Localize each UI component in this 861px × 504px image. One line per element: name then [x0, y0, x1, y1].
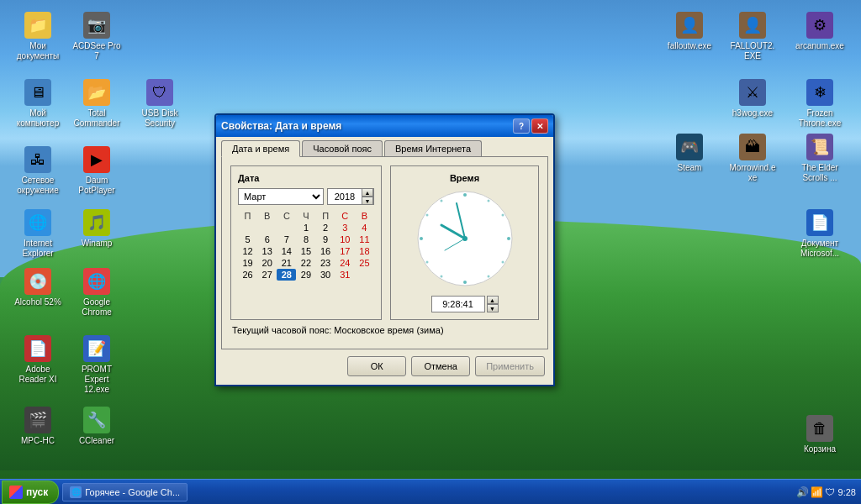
cal-day-5[interactable]: 5: [238, 234, 257, 245]
desktop-icon-recycle[interactable]: 🗑Корзина: [790, 412, 849, 459]
cal-day-8[interactable]: 8: [296, 234, 315, 245]
month-select[interactable]: Март: [238, 188, 324, 205]
taskbar-item-icon: 🌐: [70, 486, 82, 498]
tab-datetime[interactable]: Дата и время: [221, 140, 300, 157]
cal-day-19[interactable]: 19: [238, 257, 257, 269]
svg-point-3: [420, 237, 423, 240]
desktop-icon-fallout2[interactable]: 👤FALLOUT2.EXE: [723, 8, 782, 66]
cancel-button[interactable]: Отмена: [411, 356, 470, 376]
icon-label-acdsee: ACDSee Pro 7: [71, 40, 123, 62]
desktop-icon-acdsee[interactable]: 📷ACDSee Pro 7: [67, 8, 126, 66]
desktop-icon-fallout[interactable]: 👤falloutw.exe: [660, 8, 719, 55]
start-button[interactable]: пуск: [2, 480, 59, 504]
desktop-icon-ccleaner[interactable]: 🔧CCleaner: [67, 403, 126, 450]
cal-day-31[interactable]: 31: [335, 269, 355, 281]
cal-day-12[interactable]: 12: [238, 245, 257, 257]
time-input[interactable]: [431, 296, 485, 312]
cal-day-16[interactable]: 16: [316, 245, 335, 257]
apply-button[interactable]: Применить: [475, 356, 545, 376]
time-spin: ▲ ▼: [487, 296, 499, 312]
desktop: 📁Мои документы📷ACDSee Pro 7🖥Мой компьюте…: [0, 0, 861, 504]
desktop-icon-daum[interactable]: ▶Daum PotPlayer: [67, 143, 126, 200]
icon-img-doc: 📄: [806, 209, 833, 236]
desktop-icon-network[interactable]: 🖧Сетевое окружение: [8, 143, 67, 200]
cal-day-14[interactable]: 14: [277, 245, 296, 257]
desktop-icon-promt[interactable]: 📝PROMT Expert 12.exe: [67, 332, 126, 399]
icon-img-winamp: 🎵: [83, 209, 110, 236]
icon-img-acdsee: 📷: [83, 12, 110, 39]
timezone-row: Текущий часовой пояс: Московское время (…: [230, 320, 539, 340]
time-down-button[interactable]: ▼: [487, 304, 499, 312]
icon-label-total-commander: Total Commander: [71, 108, 123, 129]
svg-point-9: [425, 261, 428, 264]
cal-day-4[interactable]: 4: [355, 222, 374, 234]
cal-day-28[interactable]: 28: [277, 269, 296, 281]
tab-internet-time[interactable]: Время Интернета: [384, 140, 482, 156]
svg-point-11: [440, 276, 442, 278]
cal-day-10[interactable]: 10: [335, 234, 355, 245]
desktop-icon-adobe[interactable]: 📄Adobe Reader XI: [8, 332, 67, 389]
cal-day-23[interactable]: 23: [316, 257, 335, 269]
cal-day-9[interactable]: 9: [316, 234, 335, 245]
cal-day-22[interactable]: 22: [296, 257, 315, 269]
cal-day-30[interactable]: 30: [316, 269, 335, 281]
time-up-button[interactable]: ▲: [487, 296, 499, 304]
cal-day-6[interactable]: 6: [257, 234, 277, 245]
icon-label-frozen: Frozen Throne.exe: [794, 108, 846, 129]
cal-day-1[interactable]: 1: [296, 222, 315, 234]
cal-day-11[interactable]: 11: [355, 234, 374, 245]
cal-day-24[interactable]: 24: [335, 257, 355, 269]
dialog-inner: Дата Март ▲ ▼: [230, 165, 539, 320]
taskbar-active-item[interactable]: 🌐 Горячее - Google Ch...: [62, 483, 188, 501]
cal-day-7[interactable]: 7: [277, 234, 296, 245]
desktop-icon-winamp[interactable]: 🎵Winamp: [67, 206, 126, 253]
desktop-icon-morrowind[interactable]: 🏔Morrowind.exe: [723, 130, 782, 187]
cal-day-13[interactable]: 13: [257, 245, 277, 257]
ok-button[interactable]: ОК: [347, 356, 406, 376]
svg-point-12: [487, 276, 489, 278]
desktop-icon-usb-security[interactable]: 🛡USB Disk Security: [130, 76, 189, 133]
desktop-icon-frozen[interactable]: ❄Frozen Throne.exe: [790, 76, 849, 133]
tab-timezone[interactable]: Часовой пояс: [302, 140, 383, 156]
desktop-icon-mpc[interactable]: 🎬MPC-HC: [8, 403, 67, 450]
cal-day-26[interactable]: 26: [238, 269, 257, 281]
svg-point-2: [463, 281, 467, 284]
cal-day-2[interactable]: 2: [316, 222, 335, 234]
svg-point-7: [425, 214, 428, 217]
tray-icon-2: 📶: [811, 486, 823, 498]
desktop-icon-steam[interactable]: 🎮Steam: [660, 130, 719, 177]
cal-day-20[interactable]: 20: [257, 257, 277, 269]
cal-day-3[interactable]: 3: [335, 222, 355, 234]
desktop-icon-my-computer[interactable]: 🖥Мой компьютер: [8, 76, 67, 133]
year-input[interactable]: [328, 192, 362, 202]
svg-point-16: [462, 236, 467, 241]
svg-point-4: [507, 237, 510, 240]
desktop-icon-h3wog[interactable]: ⚔h3wog.exe: [723, 76, 782, 123]
year-up-button[interactable]: ▲: [362, 188, 373, 197]
year-down-button[interactable]: ▼: [362, 197, 373, 205]
cal-day-29[interactable]: 29: [296, 269, 315, 281]
desktop-icon-alcohol[interactable]: 💿Alcohol 52%: [8, 265, 67, 312]
icon-img-chrome: 🌐: [83, 268, 110, 295]
icon-label-network: Сетевое окружение: [12, 175, 64, 197]
cal-day-15[interactable]: 15: [296, 245, 315, 257]
desktop-icon-my-docs[interactable]: 📁Мои документы: [8, 8, 67, 66]
desktop-icon-arcanum[interactable]: ⚙arcanum.exe: [790, 8, 849, 55]
cal-day-27[interactable]: 27: [257, 269, 277, 281]
desktop-icon-elderscrolls[interactable]: 📜The Elder Scrolls ...: [790, 130, 849, 187]
icon-img-adobe: 📄: [24, 335, 51, 362]
cal-day-25[interactable]: 25: [355, 257, 374, 269]
cal-day-17[interactable]: 17: [335, 245, 355, 257]
desktop-icon-chrome[interactable]: 🌐Google Chrome: [67, 265, 126, 322]
icon-img-arcanum: ⚙: [806, 12, 833, 39]
icon-label-ccleaner: CCleaner: [77, 435, 116, 447]
close-button[interactable]: ✕: [531, 118, 548, 134]
cal-day-18[interactable]: 18: [355, 245, 374, 257]
desktop-icon-ie[interactable]: 🌐Internet Explorer: [8, 206, 67, 263]
desktop-icon-doc[interactable]: 📄Документ Microsof...: [790, 206, 849, 263]
svg-point-1: [463, 193, 467, 197]
help-button[interactable]: ?: [513, 118, 530, 134]
desktop-icon-total-commander[interactable]: 📂Total Commander: [67, 76, 126, 133]
month-year-row: Март ▲ ▼: [238, 188, 374, 205]
cal-day-21[interactable]: 21: [277, 257, 296, 269]
